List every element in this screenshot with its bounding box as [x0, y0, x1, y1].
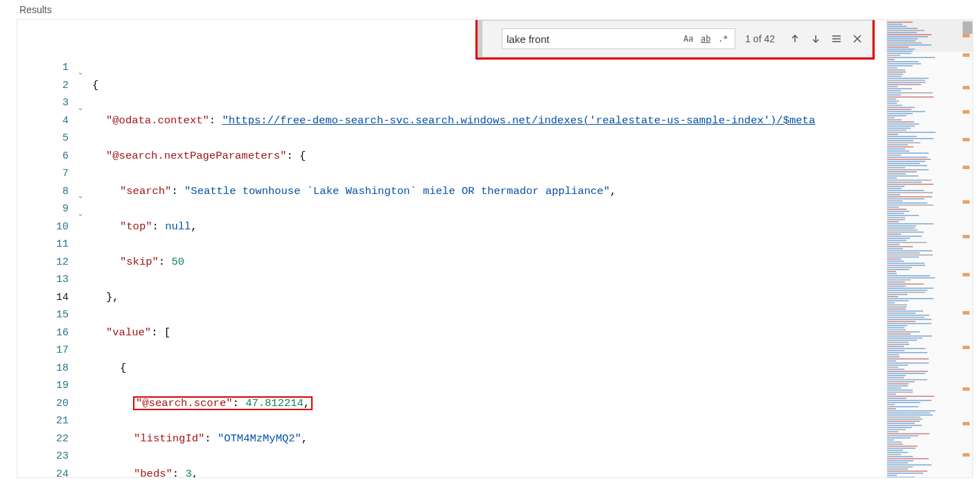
json-key: "@search.nextPageParameters" [106, 150, 286, 162]
json-key: "listingId" [134, 432, 204, 445]
line-number: 15 [17, 306, 73, 324]
minimap[interactable]: // placeholder; actual tiny lines genera… [886, 20, 972, 477]
line-number: 18 [17, 360, 73, 378]
json-number: 47.812214 [245, 397, 304, 409]
json-number: 3 [185, 468, 191, 478]
line-number: 7 [17, 165, 73, 183]
line-number: 13 [17, 271, 73, 289]
json-null: null [165, 220, 191, 233]
json-number: 50 [171, 256, 184, 268]
line-number: 1⌄ [17, 59, 73, 77]
results-header: Results [0, 0, 980, 19]
bracket: [ [164, 326, 170, 339]
brace: { [120, 362, 126, 374]
line-number: 10 [17, 218, 73, 236]
line-number: 4 [17, 112, 73, 130]
json-key: "@search.score" [136, 397, 233, 409]
json-string-url: "https://free-demo-search-svc.search.win… [222, 114, 815, 127]
highlight-box: "@search.score": 47.812214, [134, 397, 312, 409]
json-key: "beds" [134, 468, 173, 478]
brace: }, [106, 291, 119, 303]
line-number: 17 [17, 342, 73, 360]
line-number: 22 [17, 430, 73, 448]
json-key: "skip" [120, 256, 159, 268]
line-number: 20 [17, 395, 73, 413]
line-number: 14 [17, 289, 73, 307]
json-key: "top" [120, 220, 152, 233]
json-key: "@odata.context" [106, 114, 209, 127]
json-string: "Seattle townhouse `Lake Washington` mie… [184, 185, 610, 197]
code-content[interactable]: { "@odata.context": "https://free-demo-s… [73, 20, 886, 477]
line-number: 12 [17, 254, 73, 272]
line-number: 16 [17, 324, 73, 342]
line-number: 11 [17, 236, 73, 254]
line-number: 24 [17, 466, 73, 479]
json-key: "search" [120, 185, 171, 197]
code-editor[interactable]: Aa ab .* 1 of 42 1⌄ 2 3⌄ 4 5 6 7 8⌄ 9⌄ 1… [17, 19, 973, 478]
line-number: 5 [17, 130, 73, 148]
line-number: 21 [17, 412, 73, 430]
line-number: 3⌄ [17, 94, 73, 112]
line-number: 9⌄ [17, 200, 73, 218]
json-string: "OTM4MzMyMQ2" [218, 432, 301, 445]
line-number: 23 [17, 448, 73, 466]
brace: { [92, 79, 98, 91]
line-number: 19 [17, 377, 73, 395]
line-number-gutter: 1⌄ 2 3⌄ 4 5 6 7 8⌄ 9⌄ 10 11 12 13 14 15 … [17, 20, 73, 477]
line-number: 2 [17, 77, 73, 95]
json-key: "value" [106, 326, 151, 339]
brace: { [299, 150, 306, 162]
line-number: 8⌄ [17, 183, 73, 201]
line-number: 6 [17, 148, 73, 166]
